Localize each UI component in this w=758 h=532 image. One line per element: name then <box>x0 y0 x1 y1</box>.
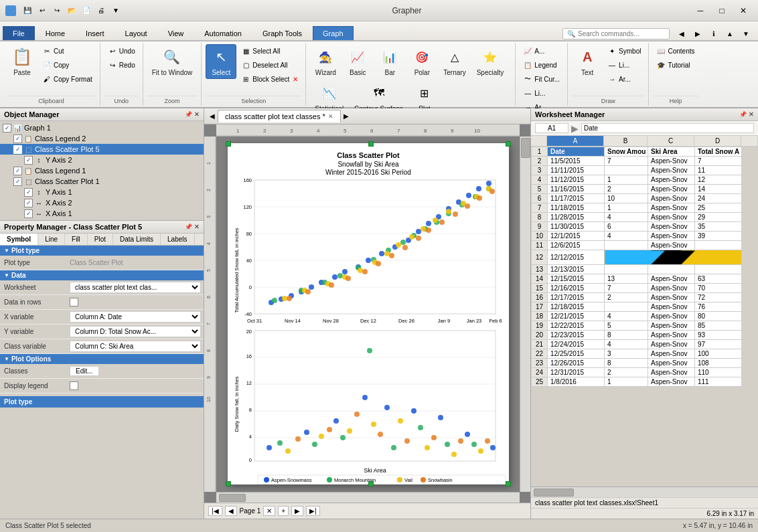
handle-tl[interactable] <box>226 141 231 147</box>
cell-2-2[interactable]: Aspen-Snov <box>648 157 695 166</box>
cell-24-0[interactable]: 12/31/2015 <box>548 368 605 377</box>
cell-5-0[interactable]: 11/16/2015 <box>548 185 605 194</box>
wizard-button[interactable]: 🧙 Wizard <box>310 44 341 79</box>
tree-check-xaxis2[interactable] <box>24 199 33 207</box>
redo-button[interactable]: ↪ Redo <box>104 58 139 72</box>
worksheet-select[interactable]: class scatter plot text clas... <box>70 282 201 293</box>
cell-20-0[interactable]: 12/23/2015 <box>548 331 605 340</box>
help-back-btn[interactable]: ◀ <box>675 27 688 40</box>
cell-19-1[interactable]: 5 <box>605 321 648 331</box>
cell-7-0[interactable]: 11/18/2015 <box>548 203 605 213</box>
cell-21-3[interactable]: 97 <box>695 340 742 349</box>
page-close-btn[interactable]: ✕ <box>263 506 275 516</box>
select-button[interactable]: ↖ Select <box>206 44 236 79</box>
cell-22-0[interactable]: 12/25/2015 <box>548 349 605 359</box>
cell-8-3[interactable]: 29 <box>695 213 742 222</box>
cell-24-1[interactable]: 2 <box>605 368 648 377</box>
page-nav-last[interactable]: ▶| <box>306 506 320 516</box>
tree-check-legend2[interactable] <box>13 135 22 143</box>
cell-16-3[interactable]: 72 <box>695 293 742 302</box>
cell-11-3[interactable] <box>695 241 742 250</box>
cell-16-0[interactable]: 12/17/2015 <box>548 293 605 302</box>
tree-item-classlegend1[interactable]: 📋 Class Legend 1 <box>0 165 204 176</box>
cell-23-0[interactable]: 12/26/2015 <box>548 359 605 368</box>
cell-4-1[interactable]: 1 <box>605 175 648 185</box>
cell-15-1[interactable]: 7 <box>605 284 648 293</box>
cell-17-1[interactable] <box>605 302 648 312</box>
cell-24-2[interactable]: Aspen-Snov <box>648 368 695 377</box>
cell-ref-input[interactable] <box>535 123 568 133</box>
property-manager-close[interactable]: ✕ <box>194 224 200 230</box>
cell-1-1[interactable]: Snow Amou <box>605 147 648 157</box>
cell-25-1[interactable]: 1 <box>605 377 648 387</box>
minimize-button[interactable]: ─ <box>691 3 710 18</box>
cell-3-0[interactable]: 11/11/2015 <box>548 166 605 175</box>
cell-19-0[interactable]: 12/22/2015 <box>548 321 605 331</box>
tab-file[interactable]: File <box>3 26 35 40</box>
cell-22-1[interactable]: 3 <box>605 349 648 359</box>
cell-21-1[interactable]: 4 <box>605 340 648 349</box>
cell-12-1[interactable] <box>605 250 742 265</box>
copy-format-button[interactable]: 🖌 Copy Format <box>39 72 96 86</box>
search-input[interactable] <box>578 30 658 37</box>
cell-9-0[interactable]: 11/30/2015 <box>548 222 605 232</box>
cell-8-2[interactable]: Aspen-Snov <box>648 213 695 222</box>
cell-11-1[interactable] <box>605 241 648 250</box>
cell-23-1[interactable]: 8 <box>605 359 648 368</box>
close-button[interactable]: ✕ <box>734 3 753 18</box>
cell-1-3[interactable]: Total Snow A <box>695 147 742 157</box>
deselect-all-button[interactable]: ▢ Deselect All <box>238 58 301 72</box>
tree-check-scatter5[interactable] <box>13 145 22 154</box>
cell-10-0[interactable]: 12/1/2015 <box>548 232 605 241</box>
object-manager-close[interactable]: ✕ <box>194 111 200 118</box>
cell-2-3[interactable]: 7 <box>695 157 742 166</box>
cell-20-1[interactable]: 8 <box>605 331 648 340</box>
specialty-button[interactable]: ⭐ Specialty <box>472 44 509 79</box>
page-nav-prev[interactable]: ◀ <box>225 506 237 516</box>
cell-5-1[interactable]: 2 <box>605 185 648 194</box>
tab-view[interactable]: View <box>158 26 194 40</box>
classes-edit-button[interactable]: Edit... <box>70 366 99 376</box>
cell-11-0[interactable]: 12/6/2015 <box>548 241 605 250</box>
tutorial-button[interactable]: 🎓 Tutorial <box>653 58 698 72</box>
qa-undo-btn[interactable]: ↩ <box>35 4 49 17</box>
cell-7-1[interactable]: 1 <box>605 203 648 213</box>
page-nav-next[interactable]: ▶ <box>291 506 303 516</box>
tab-graph[interactable]: Graph <box>313 26 354 40</box>
tree-item-xaxis2[interactable]: ↔ X Axis 2 <box>0 197 204 208</box>
page-nav-add[interactable]: + <box>278 506 289 516</box>
li-button[interactable]: ― Li... <box>520 86 563 100</box>
tab-layout[interactable]: Layout <box>115 26 157 40</box>
cell-14-1[interactable]: 13 <box>605 274 648 284</box>
cell-8-1[interactable]: 4 <box>605 213 648 222</box>
qa-new-btn[interactable]: 📄 <box>80 4 93 17</box>
cell-20-3[interactable]: 93 <box>695 331 742 340</box>
qa-save-btn[interactable]: 💾 <box>21 4 34 17</box>
tree-item-scatter1[interactable]: ⬚ Class Scatter Plot 1 <box>0 176 204 187</box>
display-legend-checkbox[interactable] <box>70 381 78 390</box>
handle-bl[interactable] <box>226 481 231 486</box>
cell-15-3[interactable]: 70 <box>695 284 742 293</box>
tab-insert[interactable]: Insert <box>76 26 115 40</box>
cell-2-1[interactable]: 7 <box>605 157 648 166</box>
handle-bm[interactable] <box>368 481 374 486</box>
cell-15-2[interactable]: Aspen-Snov <box>648 284 695 293</box>
cell-val-input[interactable] <box>581 123 754 133</box>
prop-tab-data-limits[interactable]: Data Limits <box>113 234 161 245</box>
handle-tr[interactable] <box>506 141 511 147</box>
paste-button[interactable]: 📋 Paste <box>7 44 37 79</box>
tree-check-graph1[interactable] <box>3 124 11 132</box>
cell-22-3[interactable]: 100 <box>695 349 742 359</box>
cell-24-3[interactable]: 110 <box>695 368 742 377</box>
draw-li-button[interactable]: ― Li... <box>604 58 644 72</box>
prop-tab-line[interactable]: Line <box>38 234 65 245</box>
col-header-c[interactable]: C <box>648 136 694 146</box>
cell-21-2[interactable]: Aspen-Snov <box>648 340 695 349</box>
nav-left-arrow[interactable]: ◀ <box>207 111 218 121</box>
cell-17-2[interactable]: Aspen-Snov <box>648 302 695 312</box>
tab-home[interactable]: Home <box>35 26 75 40</box>
tree-item-yaxis1[interactable]: ↕ Y Axis 1 <box>0 187 204 197</box>
tree-item-graph1[interactable]: 📊 Graph 1 <box>0 122 204 133</box>
object-manager-pin[interactable]: 📌 <box>185 111 192 118</box>
cell-9-1[interactable]: 6 <box>605 222 648 232</box>
